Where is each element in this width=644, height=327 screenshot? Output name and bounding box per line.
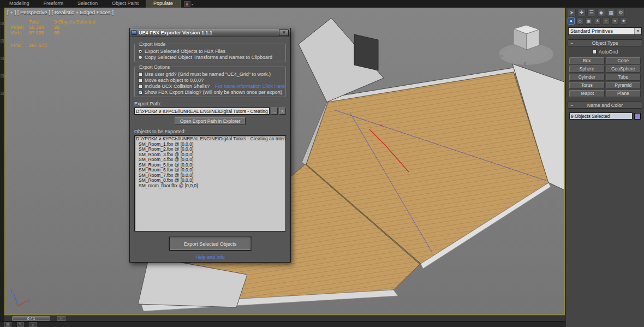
autogrid-checkbox[interactable] xyxy=(592,50,597,54)
export-options-legend: Export Options xyxy=(138,64,171,70)
systems-category-icon[interactable]: ★ xyxy=(620,17,627,25)
chevron-down-icon[interactable]: ▾ xyxy=(192,2,193,6)
create-category-row: ● ◇ ▣ ☀ ⌂ ≈ ★ xyxy=(566,16,644,25)
checkbox-user-grid-label: Use user grid? (Grid must be named "UE4_… xyxy=(145,72,271,77)
collapse-icon: − xyxy=(570,40,573,46)
stats-verts-total: 57 935 xyxy=(29,30,54,35)
export-selected-objects-button[interactable]: Export Selected Objects xyxy=(169,237,251,251)
primitives-dropdown[interactable]: Standard Primitives ▼ xyxy=(568,27,642,35)
ribbon-tab-selection[interactable]: Selection xyxy=(70,0,105,8)
fbx-exporter-dialog: UE4 FBX Exporter Version 1.1.1 ✕ Export … xyxy=(129,28,291,263)
left-strip-icon[interactable] xyxy=(1,92,4,95)
ribbon-tab-modeling[interactable]: Modeling xyxy=(2,0,37,8)
select-icon[interactable]: ➤ xyxy=(568,9,576,16)
object-name-field[interactable] xyxy=(569,112,633,120)
clear-path-button[interactable]: X xyxy=(279,108,286,115)
box-button[interactable]: Box xyxy=(569,57,605,64)
cone-button[interactable]: Cone xyxy=(606,57,641,64)
checkbox-move-origin[interactable] xyxy=(138,78,142,82)
checkbox-row-ucx[interactable]: Include UCX Collision Shells? For More I… xyxy=(138,83,282,89)
display-icon[interactable]: ▦ xyxy=(607,9,615,16)
object-type-rollout-header[interactable]: − Object Type xyxy=(568,39,642,46)
populate-tool-icon[interactable]: ♟ xyxy=(184,1,190,7)
object-color-swatch[interactable] xyxy=(634,113,641,120)
stats-verts-selected: 65 xyxy=(54,30,59,35)
helpers-category-icon[interactable]: ⌂ xyxy=(603,17,610,25)
selection-lock-icon[interactable]: ▤ xyxy=(4,322,11,327)
left-toolbar-strip xyxy=(0,8,4,321)
chevron-down-icon[interactable]: ▼ xyxy=(634,28,641,34)
checkbox-row-user-grid[interactable]: Use user grid? (Grid must be named "UE4_… xyxy=(138,71,282,77)
ribbon-tab-object-paint[interactable]: Object Paint xyxy=(105,0,146,8)
list-item[interactable]: SM_room_floor.fbx @ [0,0,0] xyxy=(136,183,284,189)
cylinder-button[interactable]: Cylinder xyxy=(569,74,605,81)
stats-fps-value: 297,673 xyxy=(29,43,54,48)
checkbox-user-grid[interactable] xyxy=(138,72,142,76)
ribbon-bar: Modeling Freeform Selection Object Paint… xyxy=(0,0,644,8)
export-mode-legend: Export Mode xyxy=(138,41,167,47)
plane-button[interactable]: Plane xyxy=(606,90,641,97)
tube-button[interactable]: Tube xyxy=(606,74,641,81)
name-color-rollout-header[interactable]: − Name and Color xyxy=(568,102,642,109)
radio-row-export-selected[interactable]: Export Selected Objects to FBX Files xyxy=(138,48,282,54)
browse-button[interactable]: ... xyxy=(271,108,278,115)
create-icon[interactable]: ✚ xyxy=(577,9,586,16)
checkbox-row-move-origin[interactable]: Move each object to 0,0,0? xyxy=(138,77,282,83)
stats-verts-label: Verts: xyxy=(10,30,29,35)
ribbon-tab-freeform[interactable]: Freeform xyxy=(37,0,71,8)
ucx-info-link[interactable]: For More Information Click Here xyxy=(215,84,285,89)
autogrid-label: AutoGrid xyxy=(599,49,618,55)
geosphere-button[interactable]: GeoSphere xyxy=(606,66,641,73)
axis-y-label: y xyxy=(10,288,13,293)
collapse-icon: − xyxy=(570,102,573,109)
geometry-category-icon[interactable]: ● xyxy=(568,17,575,25)
name-color-rollout-title: Name and Color xyxy=(587,103,623,108)
ribbon-tab-populate[interactable]: Populate xyxy=(146,0,181,8)
stats-fps-label: FPS: xyxy=(10,43,29,48)
export-path-input[interactable] xyxy=(134,108,270,115)
home-grid-icon[interactable]: ⌂ xyxy=(29,322,37,327)
viewport-label[interactable]: [ + ] [ Perspective ] [ Realistic + Edge… xyxy=(7,9,114,15)
viewport-statistics: Total 9 Objects Selected Polys: 55 384 2… xyxy=(10,19,96,48)
checkbox-move-origin-label: Move each object to 0,0,0? xyxy=(145,78,204,83)
objects-listbox[interactable]: D:\УРОКИ и КУРСЫ\UNREAL ENGINE\Digital T… xyxy=(134,135,286,231)
open-export-path-button[interactable]: Open Export Path in Explorer xyxy=(175,117,246,125)
utilities-icon[interactable]: ⚙ xyxy=(617,9,625,16)
radio-row-copy-transforms[interactable]: Copy Selected Object Transforms and Name… xyxy=(138,54,282,60)
stats-polys-selected: 28 xyxy=(54,25,59,30)
hierarchy-icon[interactable]: ◆ xyxy=(597,9,605,16)
radio-copy-transforms-label: Copy Selected Object Transforms and Name… xyxy=(145,55,272,60)
radio-copy-transforms[interactable] xyxy=(138,55,142,60)
left-strip-icon[interactable] xyxy=(1,39,4,43)
checkbox-show-fbx-dialog-label: Show FBX Export Dialog? (Will only be sh… xyxy=(145,90,282,95)
close-icon[interactable]: ✕ xyxy=(279,29,289,36)
left-strip-icon[interactable] xyxy=(1,74,4,78)
modify-icon[interactable]: ☰ xyxy=(587,9,595,16)
pyramid-button[interactable]: Pyramid xyxy=(606,82,641,89)
shapes-category-icon[interactable]: ◇ xyxy=(576,17,583,25)
autogrid-row[interactable]: AutoGrid xyxy=(566,49,644,55)
annotate-icon[interactable]: ✎ xyxy=(17,322,24,327)
timeline-bar[interactable]: 0 / 1 ‹› xyxy=(4,315,565,321)
help-and-info-link[interactable]: Help and Info xyxy=(134,254,286,260)
lights-category-icon[interactable]: ▣ xyxy=(585,17,592,25)
left-strip-icon[interactable] xyxy=(1,57,4,60)
main-toolbar-fragment: ➤ ✚ ☰ ◆ ▦ ⚙ xyxy=(566,8,644,16)
stats-total-label: Total xyxy=(29,19,54,25)
status-bar: ▤ ✎ ⌂ xyxy=(0,321,565,327)
checkbox-ucx-label: Include UCX Collision Shells? xyxy=(145,84,210,89)
checkbox-ucx[interactable] xyxy=(138,84,142,88)
time-slider[interactable]: 0 / 1 xyxy=(12,316,50,321)
checkbox-show-fbx-dialog[interactable]: ✓ xyxy=(138,90,142,94)
left-strip-icon[interactable] xyxy=(1,22,4,25)
time-spinner[interactable]: ‹› xyxy=(57,316,65,321)
spacewarps-category-icon[interactable]: ≈ xyxy=(611,17,618,25)
teapot-button[interactable]: Teapot xyxy=(569,90,605,97)
dialog-titlebar[interactable]: UE4 FBX Exporter Version 1.1.1 ✕ xyxy=(130,28,290,37)
cameras-category-icon[interactable]: ☀ xyxy=(594,17,601,25)
torus-button[interactable]: Torus xyxy=(569,82,605,89)
checkbox-row-show-fbx-dialog[interactable]: ✓ Show FBX Export Dialog? (Will only be … xyxy=(138,89,282,95)
radio-export-selected[interactable] xyxy=(138,49,142,53)
dialog-title: UE4 FBX Exporter Version 1.1.1 xyxy=(139,30,279,35)
sphere-button[interactable]: Sphere xyxy=(569,66,605,73)
